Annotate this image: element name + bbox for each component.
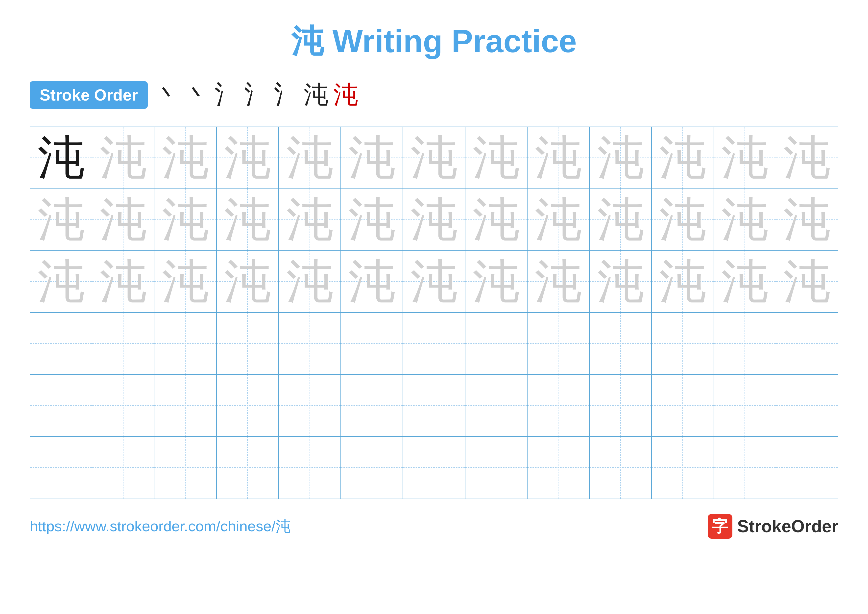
footer-url[interactable]: https://www.strokeorder.com/chinese/沌 bbox=[30, 516, 290, 536]
stroke-seq-char-3: 氵 bbox=[244, 78, 269, 112]
grid-cell: 沌 bbox=[776, 127, 838, 188]
grid-cell: 沌 bbox=[776, 189, 838, 250]
grid-row-2: 沌 沌 沌 沌 沌 沌 沌 沌 沌 沌 沌 沌 沌 bbox=[30, 189, 838, 251]
grid-cell[interactable] bbox=[30, 437, 92, 499]
grid-cell[interactable] bbox=[652, 437, 714, 499]
practice-grid: 沌 沌 沌 沌 沌 沌 沌 沌 沌 沌 沌 沌 沌 沌 沌 沌 沌 沌 沌 沌 … bbox=[30, 127, 838, 499]
grid-cell[interactable] bbox=[341, 437, 403, 499]
grid-cell[interactable] bbox=[527, 375, 590, 436]
grid-cell: 沌 bbox=[652, 189, 714, 250]
grid-cell: 沌 bbox=[527, 127, 590, 188]
grid-cell: 沌 bbox=[714, 189, 776, 250]
grid-cell: 沌 bbox=[341, 127, 403, 188]
grid-cell[interactable] bbox=[403, 313, 465, 374]
grid-cell: 沌 bbox=[714, 127, 776, 188]
grid-row-3: 沌 沌 沌 沌 沌 沌 沌 沌 沌 沌 沌 沌 沌 bbox=[30, 251, 838, 313]
grid-cell: 沌 bbox=[465, 251, 527, 312]
grid-cell: 沌 bbox=[30, 251, 92, 312]
stroke-order-row: Stroke Order 丶丶氵氵氵沌沌 bbox=[30, 78, 838, 112]
grid-cell[interactable] bbox=[217, 437, 279, 499]
grid-cell[interactable] bbox=[217, 375, 279, 436]
logo-name: StrokeOrder bbox=[737, 516, 838, 536]
grid-row-4[interactable] bbox=[30, 313, 838, 375]
footer-logo: 字 StrokeOrder bbox=[708, 514, 838, 539]
grid-cell[interactable] bbox=[30, 375, 92, 436]
grid-cell[interactable] bbox=[279, 437, 341, 499]
grid-cell[interactable] bbox=[714, 437, 776, 499]
grid-cell: 沌 bbox=[217, 127, 279, 188]
grid-cell: 沌 bbox=[92, 251, 154, 312]
grid-cell: 沌 bbox=[465, 127, 527, 188]
logo-icon: 字 bbox=[708, 514, 732, 539]
grid-cell: 沌 bbox=[279, 127, 341, 188]
grid-cell: 沌 bbox=[776, 251, 838, 312]
grid-cell[interactable] bbox=[279, 313, 341, 374]
grid-cell[interactable] bbox=[527, 313, 590, 374]
grid-cell: 沌 bbox=[465, 189, 527, 250]
stroke-seq-char-6: 沌 bbox=[333, 78, 358, 112]
grid-cell[interactable] bbox=[465, 437, 527, 499]
grid-cell: 沌 bbox=[30, 189, 92, 250]
grid-cell: 沌 bbox=[30, 127, 92, 188]
grid-cell[interactable] bbox=[465, 313, 527, 374]
grid-cell[interactable] bbox=[652, 375, 714, 436]
grid-cell: 沌 bbox=[714, 251, 776, 312]
grid-cell: 沌 bbox=[92, 189, 154, 250]
page-title: 沌 Writing Practice bbox=[291, 20, 577, 64]
grid-cell[interactable] bbox=[92, 375, 154, 436]
grid-cell: 沌 bbox=[590, 189, 652, 250]
grid-cell: 沌 bbox=[403, 189, 465, 250]
grid-cell[interactable] bbox=[590, 313, 652, 374]
stroke-seq-char-4: 氵 bbox=[274, 78, 299, 112]
grid-cell[interactable] bbox=[714, 313, 776, 374]
grid-row-6[interactable] bbox=[30, 437, 838, 499]
grid-cell: 沌 bbox=[403, 251, 465, 312]
grid-cell[interactable] bbox=[154, 437, 217, 499]
grid-cell[interactable] bbox=[403, 375, 465, 436]
grid-cell[interactable] bbox=[403, 437, 465, 499]
stroke-order-badge: Stroke Order bbox=[30, 81, 148, 109]
grid-cell: 沌 bbox=[154, 189, 217, 250]
grid-cell: 沌 bbox=[590, 251, 652, 312]
grid-cell: 沌 bbox=[527, 189, 590, 250]
stroke-seq-char-2: 氵 bbox=[214, 78, 239, 112]
grid-cell: 沌 bbox=[217, 189, 279, 250]
grid-cell[interactable] bbox=[341, 313, 403, 374]
grid-cell: 沌 bbox=[403, 127, 465, 188]
grid-row-1: 沌 沌 沌 沌 沌 沌 沌 沌 沌 沌 沌 沌 沌 bbox=[30, 127, 838, 189]
grid-cell[interactable] bbox=[30, 313, 92, 374]
stroke-seq-char-1: 丶 bbox=[185, 78, 209, 112]
grid-cell: 沌 bbox=[527, 251, 590, 312]
grid-cell[interactable] bbox=[92, 313, 154, 374]
grid-cell: 沌 bbox=[341, 251, 403, 312]
stroke-seq-char-0: 丶 bbox=[155, 78, 180, 112]
stroke-seq-char-5: 沌 bbox=[304, 78, 329, 112]
grid-cell: 沌 bbox=[341, 189, 403, 250]
grid-cell: 沌 bbox=[279, 189, 341, 250]
grid-cell[interactable] bbox=[341, 375, 403, 436]
grid-cell[interactable] bbox=[590, 375, 652, 436]
grid-cell: 沌 bbox=[590, 127, 652, 188]
grid-cell: 沌 bbox=[652, 251, 714, 312]
grid-cell[interactable] bbox=[217, 313, 279, 374]
grid-cell[interactable] bbox=[154, 313, 217, 374]
grid-cell: 沌 bbox=[154, 127, 217, 188]
stroke-sequence: 丶丶氵氵氵沌沌 bbox=[155, 78, 358, 112]
grid-cell: 沌 bbox=[92, 127, 154, 188]
grid-cell[interactable] bbox=[154, 375, 217, 436]
grid-cell[interactable] bbox=[279, 375, 341, 436]
grid-cell: 沌 bbox=[217, 251, 279, 312]
grid-cell[interactable] bbox=[527, 437, 590, 499]
grid-cell[interactable] bbox=[776, 437, 838, 499]
grid-cell[interactable] bbox=[465, 375, 527, 436]
grid-cell[interactable] bbox=[776, 375, 838, 436]
grid-cell: 沌 bbox=[652, 127, 714, 188]
footer: https://www.strokeorder.com/chinese/沌 字 … bbox=[30, 514, 838, 539]
grid-row-5[interactable] bbox=[30, 375, 838, 437]
grid-cell[interactable] bbox=[652, 313, 714, 374]
grid-cell[interactable] bbox=[92, 437, 154, 499]
grid-cell: 沌 bbox=[154, 251, 217, 312]
grid-cell[interactable] bbox=[590, 437, 652, 499]
grid-cell[interactable] bbox=[776, 313, 838, 374]
grid-cell[interactable] bbox=[714, 375, 776, 436]
